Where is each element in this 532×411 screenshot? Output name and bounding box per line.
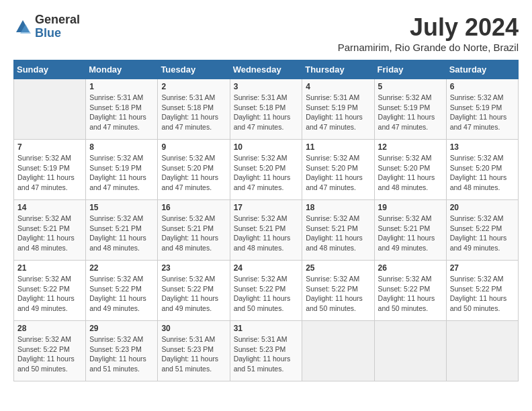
day-number: 25 <box>306 263 370 273</box>
day-info: Sunrise: 5:32 AM Sunset: 5:20 PM Dayligh… <box>450 153 515 193</box>
calendar-week-row: 14Sunrise: 5:32 AM Sunset: 5:21 PM Dayli… <box>14 200 519 261</box>
day-number: 9 <box>161 142 226 152</box>
day-info: Sunrise: 5:31 AM Sunset: 5:18 PM Dayligh… <box>234 93 299 132</box>
day-info: Sunrise: 5:31 AM Sunset: 5:18 PM Dayligh… <box>89 93 154 132</box>
day-info: Sunrise: 5:32 AM Sunset: 5:20 PM Dayligh… <box>306 153 370 193</box>
weekday-header: Saturday <box>446 60 518 79</box>
calendar-cell: 4Sunrise: 5:31 AM Sunset: 5:19 PM Daylig… <box>302 79 374 140</box>
day-info: Sunrise: 5:32 AM Sunset: 5:19 PM Dayligh… <box>17 153 82 193</box>
day-info: Sunrise: 5:32 AM Sunset: 5:23 PM Dayligh… <box>89 334 154 374</box>
day-number: 15 <box>89 203 154 212</box>
calendar-cell: 22Sunrise: 5:32 AM Sunset: 5:22 PM Dayli… <box>86 261 158 321</box>
day-number: 4 <box>306 82 370 91</box>
day-info: Sunrise: 5:32 AM Sunset: 5:22 PM Dayligh… <box>234 274 299 314</box>
calendar-cell: 24Sunrise: 5:32 AM Sunset: 5:22 PM Dayli… <box>230 261 302 321</box>
day-number: 27 <box>450 263 515 273</box>
calendar-cell: 9Sunrise: 5:32 AM Sunset: 5:20 PM Daylig… <box>158 140 230 200</box>
day-info: Sunrise: 5:32 AM Sunset: 5:22 PM Dayligh… <box>161 274 226 314</box>
calendar-cell: 15Sunrise: 5:32 AM Sunset: 5:21 PM Dayli… <box>86 200 158 261</box>
day-info: Sunrise: 5:32 AM Sunset: 5:22 PM Dayligh… <box>450 214 515 253</box>
day-number: 3 <box>234 82 299 91</box>
calendar-cell: 31Sunrise: 5:31 AM Sunset: 5:23 PM Dayli… <box>230 321 302 381</box>
calendar-cell: 30Sunrise: 5:31 AM Sunset: 5:23 PM Dayli… <box>158 321 230 381</box>
calendar-cell: 10Sunrise: 5:32 AM Sunset: 5:20 PM Dayli… <box>230 140 302 200</box>
day-info: Sunrise: 5:31 AM Sunset: 5:18 PM Dayligh… <box>161 93 226 132</box>
calendar-cell: 11Sunrise: 5:32 AM Sunset: 5:20 PM Dayli… <box>302 140 374 200</box>
day-info: Sunrise: 5:32 AM Sunset: 5:22 PM Dayligh… <box>89 274 154 314</box>
day-info: Sunrise: 5:32 AM Sunset: 5:21 PM Dayligh… <box>89 214 154 253</box>
calendar-cell: 3Sunrise: 5:31 AM Sunset: 5:18 PM Daylig… <box>230 79 302 140</box>
day-info: Sunrise: 5:32 AM Sunset: 5:22 PM Dayligh… <box>378 274 443 314</box>
calendar-cell: 6Sunrise: 5:32 AM Sunset: 5:19 PM Daylig… <box>446 79 518 140</box>
weekday-header: Monday <box>86 60 158 79</box>
day-number: 17 <box>234 203 299 212</box>
calendar-cell: 12Sunrise: 5:32 AM Sunset: 5:20 PM Dayli… <box>374 140 446 200</box>
calendar-cell: 7Sunrise: 5:32 AM Sunset: 5:19 PM Daylig… <box>14 140 86 200</box>
calendar-week-row: 7Sunrise: 5:32 AM Sunset: 5:19 PM Daylig… <box>14 140 519 200</box>
day-number: 29 <box>89 324 154 333</box>
calendar-cell: 29Sunrise: 5:32 AM Sunset: 5:23 PM Dayli… <box>86 321 158 381</box>
day-info: Sunrise: 5:31 AM Sunset: 5:23 PM Dayligh… <box>234 334 299 374</box>
calendar-cell: 27Sunrise: 5:32 AM Sunset: 5:22 PM Dayli… <box>446 261 518 321</box>
day-number: 26 <box>378 263 443 273</box>
calendar-cell: 26Sunrise: 5:32 AM Sunset: 5:22 PM Dayli… <box>374 261 446 321</box>
day-info: Sunrise: 5:32 AM Sunset: 5:19 PM Dayligh… <box>89 153 154 193</box>
day-info: Sunrise: 5:31 AM Sunset: 5:19 PM Dayligh… <box>306 93 370 132</box>
calendar-cell <box>14 79 86 140</box>
logo-general: General <box>35 13 80 27</box>
logo-icon <box>13 17 32 36</box>
day-number: 11 <box>306 142 370 152</box>
weekday-header-row: SundayMondayTuesdayWednesdayThursdayFrid… <box>14 60 519 79</box>
month-year-title: July 2024 <box>338 13 519 42</box>
day-number: 20 <box>450 203 515 212</box>
calendar-week-row: 1Sunrise: 5:31 AM Sunset: 5:18 PM Daylig… <box>14 79 519 140</box>
day-number: 6 <box>450 82 515 91</box>
calendar-week-row: 21Sunrise: 5:32 AM Sunset: 5:22 PM Dayli… <box>14 261 519 321</box>
calendar-cell <box>446 321 518 381</box>
calendar-cell: 13Sunrise: 5:32 AM Sunset: 5:20 PM Dayli… <box>446 140 518 200</box>
weekday-header: Thursday <box>302 60 374 79</box>
day-number: 24 <box>234 263 299 273</box>
day-number: 10 <box>234 142 299 152</box>
page-header: General Blue July 2024 Parnamirim, Rio G… <box>13 13 519 53</box>
day-number: 13 <box>450 142 515 152</box>
day-number: 1 <box>89 82 154 91</box>
calendar-cell: 2Sunrise: 5:31 AM Sunset: 5:18 PM Daylig… <box>158 79 230 140</box>
day-number: 16 <box>161 203 226 212</box>
calendar-cell: 21Sunrise: 5:32 AM Sunset: 5:22 PM Dayli… <box>14 261 86 321</box>
weekday-header: Wednesday <box>230 60 302 79</box>
day-info: Sunrise: 5:31 AM Sunset: 5:23 PM Dayligh… <box>161 334 226 374</box>
day-number: 18 <box>306 203 370 212</box>
calendar-cell <box>374 321 446 381</box>
day-number: 7 <box>17 142 82 152</box>
logo-text: General Blue <box>35 13 80 40</box>
day-number: 2 <box>161 82 226 91</box>
calendar-cell: 8Sunrise: 5:32 AM Sunset: 5:19 PM Daylig… <box>86 140 158 200</box>
day-info: Sunrise: 5:32 AM Sunset: 5:21 PM Dayligh… <box>378 214 443 253</box>
logo: General Blue <box>13 13 80 40</box>
day-info: Sunrise: 5:32 AM Sunset: 5:20 PM Dayligh… <box>378 153 443 193</box>
day-number: 28 <box>17 324 82 333</box>
calendar-cell: 16Sunrise: 5:32 AM Sunset: 5:21 PM Dayli… <box>158 200 230 261</box>
calendar-cell: 1Sunrise: 5:31 AM Sunset: 5:18 PM Daylig… <box>86 79 158 140</box>
calendar-cell: 5Sunrise: 5:32 AM Sunset: 5:19 PM Daylig… <box>374 79 446 140</box>
day-number: 8 <box>89 142 154 152</box>
day-info: Sunrise: 5:32 AM Sunset: 5:21 PM Dayligh… <box>306 214 370 253</box>
calendar-cell: 14Sunrise: 5:32 AM Sunset: 5:21 PM Dayli… <box>14 200 86 261</box>
day-info: Sunrise: 5:32 AM Sunset: 5:19 PM Dayligh… <box>378 93 443 132</box>
day-number: 23 <box>161 263 226 273</box>
day-number: 5 <box>378 82 443 91</box>
day-info: Sunrise: 5:32 AM Sunset: 5:22 PM Dayligh… <box>17 274 82 314</box>
day-number: 19 <box>378 203 443 212</box>
day-info: Sunrise: 5:32 AM Sunset: 5:21 PM Dayligh… <box>161 214 226 253</box>
day-number: 12 <box>378 142 443 152</box>
day-info: Sunrise: 5:32 AM Sunset: 5:19 PM Dayligh… <box>450 93 515 132</box>
calendar-cell: 19Sunrise: 5:32 AM Sunset: 5:21 PM Dayli… <box>374 200 446 261</box>
calendar-table: SundayMondayTuesdayWednesdayThursdayFrid… <box>13 60 519 381</box>
weekday-header: Tuesday <box>158 60 230 79</box>
day-info: Sunrise: 5:32 AM Sunset: 5:22 PM Dayligh… <box>17 334 82 374</box>
calendar-week-row: 28Sunrise: 5:32 AM Sunset: 5:22 PM Dayli… <box>14 321 519 381</box>
weekday-header: Friday <box>374 60 446 79</box>
title-block: July 2024 Parnamirim, Rio Grande do Nort… <box>338 13 519 53</box>
calendar-cell: 17Sunrise: 5:32 AM Sunset: 5:21 PM Dayli… <box>230 200 302 261</box>
